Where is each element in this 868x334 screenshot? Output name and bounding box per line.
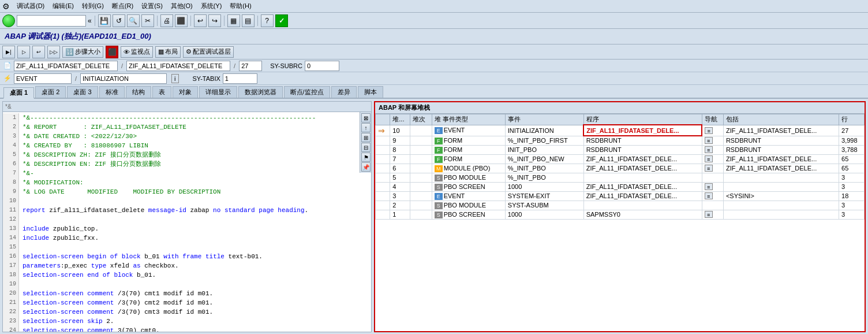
tab-标准[interactable]: 标准 [99,86,125,98]
code-content[interactable]: 1*&-------------------------------------… [3,112,371,332]
stack-program[interactable] [583,173,702,182]
arrow-left-btn[interactable]: « [88,17,92,25]
step-return-btn[interactable]: ↩ [32,46,45,58]
stack-nav[interactable]: ≡ [702,145,723,154]
layout-btn[interactable]: ▦ 布局 [155,46,181,58]
step-size-btn[interactable]: 🔢 步骤大小 [62,46,103,58]
stack-row[interactable]: 7FFORM%_INIT_PBO_NEWZIF_AL11_IFDATASET_D… [376,154,865,164]
stack-program[interactable] [583,201,702,210]
tab-断点/监控点[interactable]: 断点/监控点 [284,86,330,98]
stack-nav[interactable]: ≡ [702,125,723,136]
include-field[interactable] [126,61,230,71]
sy-tabix-value[interactable] [223,73,257,84]
watchpoint-btn[interactable]: 👁 监视点 [121,46,153,58]
step-in-btn[interactable]: ▶| [2,46,15,58]
refresh-btn[interactable]: ↺ [113,14,125,27]
col-stack-level[interactable]: 堆次 [410,114,432,125]
stack-program[interactable]: ZIF_AL11_IFDATASET_DELE... [583,154,702,164]
nav-icon[interactable]: ≡ [705,155,713,162]
col-nav[interactable]: 导航 [702,114,723,125]
nav-icon[interactable]: ≡ [705,165,713,172]
undo-btn[interactable]: ↩ [194,14,207,27]
menu-breakpoint[interactable]: 断点(R) [108,1,137,11]
tab-桌面-3[interactable]: 桌面 3 [67,86,98,98]
command-input[interactable] [17,15,86,27]
menu-debugger[interactable]: 调试器(D) [13,1,48,11]
col-event[interactable]: 事件 [505,114,583,125]
stack-program[interactable]: ZIF_AL11_IFDATASET_DELE... [583,125,702,136]
step-over-btn[interactable]: ▷ [17,46,30,58]
nav-icon[interactable]: ≡ [705,183,713,190]
menu-help[interactable]: 帮助(H) [226,1,255,11]
info-btn[interactable]: ✓ [275,14,288,27]
stack-row[interactable]: ⇒10EEVENTINITIALIZATIONZIF_AL11_IFDATASE… [376,125,865,136]
tab-桌面-1[interactable]: 桌面 1 [3,87,34,99]
nav-icon[interactable]: ≡ [705,211,713,218]
col-line[interactable]: 行 [839,114,865,125]
btn3[interactable]: ✂ [141,14,154,27]
link-btn[interactable]: ⚑ [361,153,371,162]
copy-btn[interactable]: ⬛ [175,14,188,27]
stop-btn[interactable]: ⬛ [106,46,118,58]
col-stack-num[interactable]: 堆... [390,114,410,125]
tab-表[interactable]: 表 [152,86,171,98]
scroll-top-btn[interactable]: ↑ [361,123,371,132]
redo-btn[interactable]: ↪ [208,14,221,27]
print-btn[interactable]: 🖨 [160,14,173,27]
tab-差异[interactable]: 差异 [331,86,357,98]
tab-结构[interactable]: 结构 [126,86,151,98]
sy-subrc-value[interactable] [305,61,339,71]
stack-nav[interactable] [702,173,723,182]
stack-row[interactable]: 5SPBO MODULE%_INIT_PBO3 [376,173,865,182]
tab-数据浏览器[interactable]: 数据浏览器 [238,86,283,98]
view2-btn[interactable]: ▤ [242,14,255,27]
stack-row[interactable]: 4SPBO SCREEN1000ZIF_AL11_IFDATASET_DELE.… [376,182,865,191]
continue-btn[interactable]: ▷▷ [47,46,60,58]
stack-nav[interactable]: ≡ [702,154,723,164]
stack-nav[interactable]: ≡ [702,164,723,173]
stack-row[interactable]: 9FFORM%_INIT_PBO_FIRSTRSDBRUNT≡RSDBRUNT3… [376,136,865,145]
nav-icon[interactable]: ≡ [705,192,713,199]
col-program[interactable]: 程序 [583,114,702,125]
stack-row[interactable]: 6MMODULE (PBO)%_INIT_PBOZIF_AL11_IFDATAS… [376,164,865,173]
stack-program[interactable]: RSDBRUNT [583,145,702,154]
line-field[interactable] [239,61,262,71]
stack-nav[interactable]: ≡ [702,210,723,219]
stack-nav[interactable]: ≡ [702,191,723,201]
col-event-type[interactable]: 堆 事件类型 [432,114,505,125]
view1-btn[interactable]: ▦ [227,14,240,27]
maximize-btn[interactable]: ⊠ [361,113,371,123]
help-btn[interactable]: ? [261,14,274,27]
tab-详细显示[interactable]: 详细显示 [199,86,237,98]
expand-btn[interactable]: ⊞ [361,133,371,142]
save-btn[interactable]: 💾 [98,14,111,27]
execute-button[interactable] [2,14,15,27]
stack-program[interactable]: RSDBRUNT [583,136,702,145]
stack-program[interactable]: ZIF_AL11_IFDATASET_DELE... [583,191,702,201]
stack-row[interactable]: 2SPBO MODULESYST-ASUBM3 [376,201,865,210]
stack-nav[interactable]: ≡ [702,182,723,191]
menu-edit[interactable]: 编辑(E) [49,1,77,11]
event-type-field[interactable] [14,73,72,84]
stack-program[interactable]: SAPMSSY0 [583,210,702,219]
tab-桌面-2[interactable]: 桌面 2 [35,86,66,98]
tab-对象[interactable]: 对象 [173,86,198,98]
menu-system[interactable]: 系统(Y) [197,1,226,11]
nav-icon[interactable]: ≡ [705,127,713,134]
stack-program[interactable]: ZIF_AL11_IFDATASET_DELE... [583,164,702,173]
stack-nav[interactable] [702,201,723,210]
pin-btn[interactable]: 📌 [361,162,371,172]
menu-goto[interactable]: 转到(G) [78,1,107,11]
program-field[interactable] [14,61,118,71]
search-btn[interactable]: 🔍 [127,14,140,27]
event-value-field[interactable] [80,73,167,84]
nav-icon[interactable]: ≡ [705,137,713,144]
info-icon[interactable]: i [171,74,178,83]
stack-program[interactable]: ZIF_AL11_IFDATASET_DELE... [583,182,702,191]
menu-other[interactable]: 其他(O) [167,1,196,11]
tab-脚本[interactable]: 脚本 [358,86,383,98]
stack-nav[interactable]: ≡ [702,136,723,145]
menu-settings[interactable]: 设置(S) [138,1,166,11]
collapse-btn[interactable]: ⊟ [361,143,371,152]
stack-row[interactable]: 3EEVENTSYSTEM-EXITZIF_AL11_IFDATASET_DEL… [376,191,865,201]
